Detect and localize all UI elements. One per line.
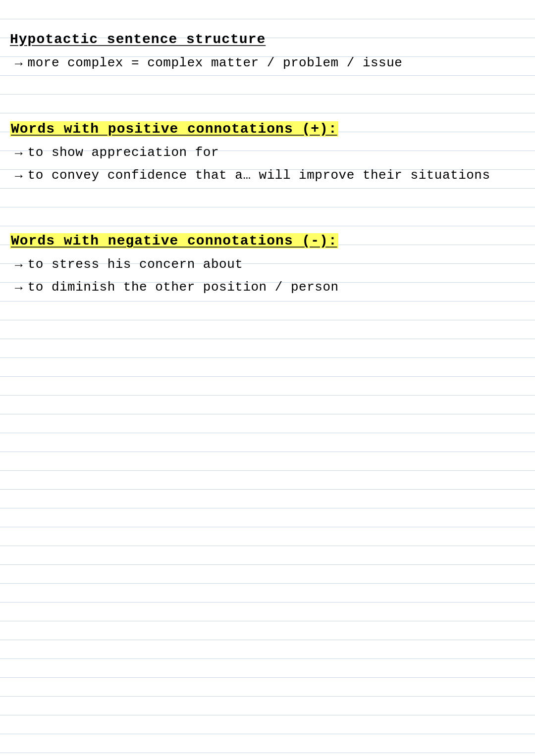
ruled-line (0, 734, 535, 734)
positive-bullet-1-text: to show appreciation for (28, 143, 219, 163)
ruled-line (0, 658, 535, 659)
ruled-line (0, 715, 535, 715)
ruled-line (0, 546, 535, 546)
hypotactic-bullet-1: → more complex = complex matter / proble… (10, 53, 520, 75)
positive-bullet-2: → to convey confidence that a… will impr… (10, 165, 520, 187)
section-negative: Words with negative connotations (-): → … (10, 231, 520, 299)
positive-title-text: Words with positive connotations (+): (10, 121, 338, 137)
ruled-line (0, 339, 535, 339)
ruled-line (0, 414, 535, 414)
positive-bullet-1: → to show appreciation for (10, 143, 520, 164)
arrow-icon-5: → (15, 278, 23, 299)
ruled-line (0, 470, 535, 471)
ruled-line (0, 621, 535, 621)
hypotactic-bullet-1-text: more complex = complex matter / problem … (28, 53, 403, 74)
ruled-line (0, 508, 535, 508)
negative-bullet-2: → to diminish the other position / perso… (10, 277, 520, 299)
section-positive: Words with positive connotations (+): → … (10, 119, 520, 187)
ruled-line (0, 527, 535, 527)
ruled-line (0, 583, 535, 584)
ruled-line (0, 376, 535, 377)
spacer-2 (10, 202, 520, 231)
ruled-line (0, 753, 535, 753)
spacer-1 (10, 90, 520, 119)
ruled-line (0, 602, 535, 603)
ruled-line (0, 640, 535, 640)
negative-bullet-2-text: to diminish the other position / person (28, 277, 339, 298)
positive-bullet-2-text: to convey confidence that a… will improv… (28, 165, 490, 186)
arrow-icon-1: → (15, 54, 23, 75)
section-hypotactic: Hypotactic sentence structure → more com… (10, 30, 520, 75)
positive-title: Words with positive connotations (+): (10, 119, 520, 139)
hypotactic-title-text: Hypotactic sentence structure (10, 32, 266, 47)
ruled-line (0, 357, 535, 358)
ruled-line (0, 489, 535, 490)
negative-title: Words with negative connotations (-): (10, 231, 520, 251)
ruled-line (0, 677, 535, 678)
arrow-icon-2: → (15, 144, 23, 164)
ruled-line (0, 696, 535, 697)
negative-bullet-1-text: to stress his concern about (28, 254, 243, 275)
ruled-line (0, 564, 535, 565)
ruled-line (0, 433, 535, 433)
notebook-page: Hypotactic sentence structure → more com… (0, 0, 535, 756)
ruled-line (0, 452, 535, 452)
arrow-icon-4: → (15, 255, 23, 276)
negative-title-text: Words with negative connotations (-): (10, 233, 338, 249)
hypotactic-title: Hypotactic sentence structure (10, 30, 520, 49)
ruled-line (0, 395, 535, 396)
arrow-icon-3: → (15, 166, 23, 187)
negative-bullet-1: → to stress his concern about (10, 254, 520, 276)
page-content: Hypotactic sentence structure → more com… (0, 0, 535, 334)
